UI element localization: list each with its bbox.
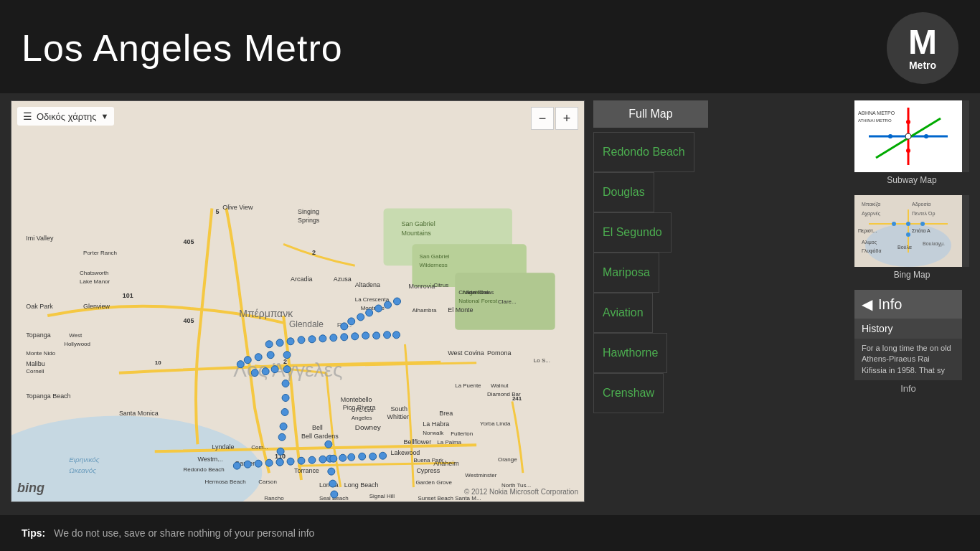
svg-point-163 [924,134,928,138]
svg-text:Chatsworth: Chatsworth [80,270,108,276]
station-list: Redondo BeachDouglasEl SegundoMariposaAv… [593,132,708,413]
map-controls[interactable]: ☰ Οδικός χάρτης ▼ [17,107,114,126]
app-header: Los Angeles Metro M Metro [0,0,980,93]
app-title: Los Angeles Metro [22,27,343,70]
svg-point-125 [373,332,380,339]
svg-text:Westminster: Westminster [465,472,496,479]
svg-text:Topanga Beach: Topanga Beach [26,392,70,400]
svg-text:Long Beach: Long Beach [344,481,379,489]
svg-point-135 [233,462,240,469]
svg-text:Westm...: Westm... [198,456,223,463]
svg-text:Μπακίζα: Μπακίζα [862,202,880,207]
svg-text:Πεντελ Όρ: Πεντελ Όρ [912,211,935,217]
svg-point-117 [287,338,294,345]
svg-point-139 [276,458,283,466]
full-map-button[interactable]: Full Map [593,100,708,128]
svg-text:Orange: Orange [498,456,517,463]
bing-map-label: Bing Map [854,267,969,283]
svg-text:Brea: Brea [439,410,453,417]
map-container: ☰ Οδικός χάρτης ▼ − + Ειρηνικός Ωκεανός … [11,100,585,502]
svg-text:Περιστ...: Περιστ... [858,228,877,234]
info-subtitle: History [854,319,962,339]
svg-point-106 [280,423,287,430]
svg-text:Fullerton: Fullerton [451,430,473,437]
svg-point-119 [308,336,316,343]
svg-text:Citrus: Citrus [433,282,448,288]
svg-text:Azusa: Azusa [334,276,352,283]
svg-text:Whittier: Whittier [387,413,409,420]
svg-point-107 [278,433,286,441]
zoom-out-button[interactable]: − [531,107,554,130]
svg-point-116 [276,339,283,347]
svg-text:5: 5 [215,208,219,215]
svg-text:ΑΘΗΝΑ ΜΕΤΡΟ: ΑΘΗΝΑ ΜΕΤΡΟ [858,110,895,116]
svg-point-121 [330,334,337,342]
svg-text:405: 405 [184,238,194,245]
svg-point-105 [281,408,288,415]
svg-point-146 [348,453,355,461]
svg-point-185 [906,232,910,237]
svg-point-113 [329,480,336,487]
svg-point-115 [265,341,273,348]
svg-text:Diamond Bar: Diamond Bar [487,391,521,397]
svg-text:Cornell: Cornell [26,368,44,375]
svg-text:Βουλιαγμ.: Βουλιαγμ. [923,241,945,247]
svg-point-128 [341,323,348,330]
svg-text:La Habra: La Habra [423,420,449,428]
svg-text:Bell Gardens: Bell Gardens [301,433,339,440]
svg-text:La Palma: La Palma [437,439,461,446]
svg-point-136 [244,461,251,468]
svg-text:Pomona: Pomona [487,349,511,357]
svg-point-129 [348,318,355,325]
svg-text:Rancho: Rancho [264,495,284,501]
station-button-hawthorne[interactable]: Hawthorne [593,333,667,373]
svg-text:Ειρηνικός: Ειρηνικός [69,456,100,463]
svg-text:Lake Manor: Lake Manor [80,278,110,285]
map-background[interactable]: Ειρηνικός Ωκεανός San Gabriel Mountains … [11,101,584,501]
zoom-in-button[interactable]: + [555,107,578,130]
svg-point-122 [341,334,348,341]
station-button-crenshaw[interactable]: Crenshaw [593,373,664,413]
svg-text:La Puente: La Puente [455,382,481,389]
svg-text:Monrovia: Monrovia [408,283,435,290]
station-button-aviation[interactable]: Aviation [593,293,653,333]
chevron-down-icon: ▼ [101,112,109,121]
svg-point-147 [359,453,366,460]
svg-text:Torrance: Torrance [294,467,319,474]
subway-map-card[interactable]: ΑΘΗΝΑ ΜΕΤΡΟ ATHINAI METRO Subway Map [854,100,969,188]
bing-map-card[interactable]: Μπακίζα Αδροσία Αχαρνές Πεντελ Όρ Περιστ… [854,195,969,283]
svg-text:Hermosa Beach: Hermosa Beach [204,479,245,485]
svg-point-102 [283,366,291,373]
svg-text:Imi Valley: Imi Valley [26,235,54,242]
svg-text:Angeles: Angeles [352,415,372,421]
svg-point-145 [339,454,347,461]
svg-text:Montebello: Montebello [341,396,372,403]
svg-text:Lakewood: Lakewood [391,449,420,456]
metro-logo: M Metro [887,12,958,84]
svg-text:Γλυφάδα: Γλυφάδα [862,248,882,254]
station-button-redondo-beach[interactable]: Redondo Beach [593,132,694,172]
svg-text:West Covina: West Covina [448,349,484,357]
svg-point-103 [282,380,289,387]
map-type-label: Οδικός χάρτης [37,111,97,122]
svg-point-154 [255,354,262,361]
svg-text:Yorba Linda: Yorba Linda [480,420,511,427]
svg-point-144 [330,455,337,462]
svg-text:South: South [391,405,407,413]
info-card[interactable]: ◀ Info History For a long time the on ol… [854,290,962,397]
svg-text:Charter Oak: Charter Oak [458,289,489,296]
svg-text:La Crescenta: La Crescenta [355,296,390,303]
svg-point-152 [271,366,278,373]
svg-text:Olive View: Olive View [222,204,253,211]
svg-point-149 [380,452,387,459]
station-button-el-segundo[interactable]: El Segundo [593,212,672,253]
tips-bar: Tips: We do not use, save or share nothi… [0,515,980,551]
svg-text:Σπάτα Α: Σπάτα Α [912,228,930,233]
svg-text:Downey: Downey [355,423,381,431]
tips-text: We do not use, save or share nothing of … [54,527,314,539]
bing-map-thumbnail: Μπακίζα Αδροσία Αχαρνές Πεντελ Όρ Περιστ… [854,195,962,267]
station-button-douglas[interactable]: Douglas [593,172,654,212]
svg-point-108 [277,448,284,455]
svg-text:Porter Ranch: Porter Ranch [83,250,117,256]
station-button-mariposa[interactable]: Mariposa [593,253,659,293]
